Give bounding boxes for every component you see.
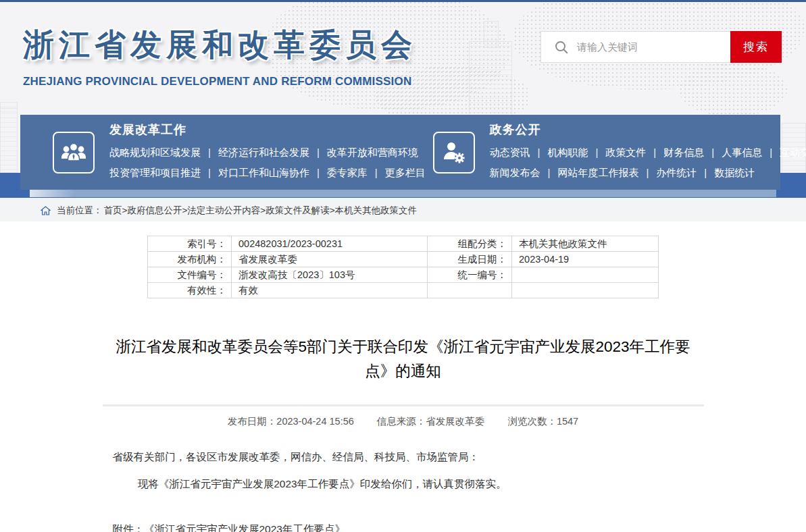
article-meta: 发布日期：2023-04-24 15:56 信息来源：省发展改革委 浏览次数：1… — [103, 415, 704, 428]
unified-number-value — [512, 267, 659, 283]
nav-link[interactable]: 办件统计 — [638, 167, 697, 178]
nav-texts: 政务公开 动态资讯机构职能政策文件财务信息人事信息互动交流 新闻发布会网站年度工… — [490, 122, 806, 183]
nav-link[interactable]: 财务信息 — [646, 147, 704, 158]
nav-texts: 发展改革工作 战略规划和区域发展经济运行和社会发展改革开放和营商环境 投资管理和… — [109, 122, 426, 183]
site-header: 浙江省发展和改革委员会 ZHEJIANG PROVINCIAL DEVELOPM… — [0, 2, 806, 115]
search-button[interactable]: 搜索 — [730, 31, 782, 63]
nav-link[interactable]: 经济运行和社会发展 — [201, 147, 309, 158]
table-row: 有效性： 有效 — [148, 283, 659, 298]
breadcrumb-label: 当前位置： — [57, 205, 103, 217]
nav-link[interactable]: 人事信息 — [704, 147, 762, 158]
issuing-agency-label: 发布机构： — [148, 252, 232, 267]
nav-link[interactable]: 政策文件 — [588, 147, 646, 158]
nav-link[interactable]: 动态资讯 — [490, 147, 530, 158]
nav-link[interactable]: 网站年度工作报表 — [540, 167, 639, 178]
nav-section-gov-disclosure: 政务公开 动态资讯机构职能政策文件财务信息人事信息互动交流 新闻发布会网站年度工… — [401, 115, 781, 190]
site-title-en: ZHEJIANG PROVINCIAL DEVELOPMENT AND REFO… — [23, 75, 417, 88]
creation-date-label: 生成日期： — [428, 252, 512, 267]
nav-links-row: 战略规划和区域发展经济运行和社会发展改革开放和营商环境 — [109, 142, 426, 163]
building-sketch — [0, 108, 18, 173]
attachment-link[interactable]: 《浙江省元宇宙产业发展2023年工作要点》 — [144, 523, 345, 532]
publish-date-value: 2023-04-24 15:56 — [276, 416, 354, 427]
view-count: 浏览次数：1547 — [507, 416, 578, 427]
search-input[interactable] — [577, 32, 730, 62]
building-sketch — [469, 41, 512, 115]
table-row: 发布机构： 省发展改革委 生成日期： 2023-04-19 — [148, 252, 659, 267]
nav-link[interactable]: 机构职能 — [530, 147, 588, 158]
article-content: 索引号： 002482031/2023-00231 组配分类： 本机关其他政策文… — [103, 236, 704, 532]
view-count-label: 浏览次数： — [507, 416, 557, 427]
building-sketch — [484, 21, 499, 48]
nav-link[interactable]: 新闻发布会 — [490, 167, 540, 178]
nav-section-development-reform: 发展改革工作 战略规划和区域发展经济运行和社会发展改革开放和营商环境 投资管理和… — [20, 115, 401, 190]
table-row: 文件编号： 浙发改高技〔2023〕103号 统一编号： — [148, 267, 659, 283]
attachment-label: 附件： — [113, 523, 145, 532]
info-source-label: 信息来源： — [377, 416, 426, 427]
nav-card: 发展改革工作 战略规划和区域发展经济运行和社会发展改革开放和营商环境 投资管理和… — [20, 115, 780, 190]
article-title: 浙江省发展和改革委员会等5部门关于联合印发《浙江省元宇宙产业发展2023年工作要… — [103, 335, 704, 383]
index-number-label: 索引号： — [148, 236, 232, 252]
nav-title-gov-disclosure[interactable]: 政务公开 — [490, 122, 806, 138]
article-paragraph: 现将《浙江省元宇宙产业发展2023年工作要点》印发给你们，请认真贯彻落实。 — [103, 475, 704, 493]
validity-label: 有效性： — [148, 283, 232, 298]
view-count-value: 1547 — [557, 416, 578, 427]
world-map-dots — [679, 63, 787, 115]
index-number-value: 002482031/2023-00231 — [232, 236, 428, 252]
nav-link[interactable]: 战略规划和区域发展 — [109, 147, 201, 158]
validity-value: 有效 — [232, 283, 428, 298]
breadcrumb: 当前位置： 首页>政府信息公开>法定主动公开内容>政策文件及解读>本机关其他政策… — [0, 199, 806, 221]
info-source: 信息来源：省发展改革委 — [377, 416, 485, 427]
category-label: 组配分类： — [428, 236, 512, 252]
document-info-table: 索引号： 002482031/2023-00231 组配分类： 本机关其他政策文… — [147, 236, 659, 298]
document-number-value: 浙发改高技〔2023〕103号 — [232, 267, 428, 283]
nav-links-row: 动态资讯机构职能政策文件财务信息人事信息互动交流 — [490, 142, 806, 163]
table-row: 索引号： 002482031/2023-00231 组配分类： 本机关其他政策文… — [148, 236, 659, 252]
people-group-icon — [53, 132, 95, 174]
category-value: 本机关其他政策文件 — [512, 236, 659, 252]
nav-link[interactable]: 对口工作和山海协作 — [201, 167, 309, 178]
nav-link[interactable]: 投资管理和项目推进 — [109, 167, 201, 178]
document-number-label: 文件编号： — [148, 267, 232, 283]
search-icon — [541, 40, 577, 55]
attachment-line: 附件：《浙江省元宇宙产业发展2023年工作要点》 — [103, 523, 704, 532]
person-gear-icon — [433, 132, 475, 174]
publish-date-label: 发布日期： — [228, 416, 277, 427]
site-brand: 浙江省发展和改革委员会 ZHEJIANG PROVINCIAL DEVELOPM… — [23, 24, 417, 88]
nav-links-row: 投资管理和项目推进对口工作和山海协作委专家库更多栏目 — [109, 163, 426, 183]
info-source-value: 省发展改革委 — [426, 416, 484, 427]
nav-link[interactable]: 互动交流 — [762, 147, 806, 158]
nav-shadow-strip — [30, 189, 776, 197]
unified-number-label: 统一编号： — [428, 267, 512, 283]
site-title-cn: 浙江省发展和改革委员会 — [23, 24, 417, 66]
main-navigation: 发展改革工作 战略规划和区域发展经济运行和社会发展改革开放和营商环境 投资管理和… — [0, 115, 806, 199]
breadcrumb-path[interactable]: 首页>政府信息公开>法定主动公开内容>政策文件及解读>本机关其他政策文件 — [104, 205, 418, 217]
nav-link[interactable]: 委专家库 — [309, 167, 368, 178]
article-body: 省级有关部门，各设区市发展改革委，网信办、经信局、科技局、市场监管局： 现将《浙… — [103, 448, 704, 493]
empty-cell — [428, 283, 512, 298]
article-paragraph: 省级有关部门，各设区市发展改革委，网信办、经信局、科技局、市场监管局： — [103, 448, 704, 466]
search-box: 搜索 — [540, 31, 782, 63]
nav-title-development-reform[interactable]: 发展改革工作 — [109, 122, 426, 138]
home-icon[interactable] — [41, 206, 51, 215]
nav-link[interactable]: 数据统计 — [697, 167, 755, 178]
issuing-agency-value: 省发展改革委 — [232, 252, 428, 267]
creation-date-value: 2023-04-19 — [512, 252, 659, 267]
nav-links-row: 新闻发布会网站年度工作报表办件统计数据统计 — [490, 163, 806, 183]
empty-cell — [512, 283, 659, 298]
publish-date: 发布日期：2023-04-24 15:56 — [228, 416, 354, 427]
title-divider — [103, 404, 704, 406]
